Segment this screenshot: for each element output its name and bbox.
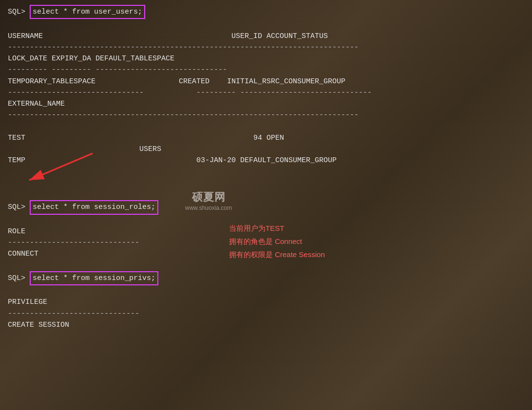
blank-5 (8, 189, 524, 200)
col-header-4: EXTERNAL_NAME (8, 98, 524, 110)
cmd-box-2: select * from session_roles; (30, 200, 158, 214)
data-row-1a: TEST 94 OPEN (8, 132, 524, 144)
dashes-4: ----------------------------------------… (8, 110, 524, 121)
privs-value: CREATE SESSION (8, 319, 524, 331)
dashes-2: --------- --------- --------------------… (8, 64, 524, 75)
dashes-3: ------------------------------- --------… (8, 87, 524, 98)
blank-6 (8, 215, 524, 226)
sql-line-2: SQL> select * from session_roles; (8, 200, 524, 214)
col-header-2: LOCK_DATE EXPIRY_DA DEFAULT_TABLESPACE (8, 53, 524, 64)
roles-dashes: ------------------------------ (8, 237, 524, 248)
col-header-3: TEMPORARY_TABLESPACE CREATED INITIAL_RSR… (8, 76, 524, 87)
data-row-1c: TEMP 03-JAN-20 DEFAULT_CONSUMER_GROUP (8, 155, 524, 166)
blank-8 (8, 285, 524, 297)
blank-7 (8, 260, 524, 271)
sql-line-3: SQL> select * from session_privs; (8, 271, 524, 285)
cmd-box-1: select * from user_users; (30, 5, 145, 19)
sql-line-1: SQL> select * from user_users; (8, 5, 524, 19)
blank-1 (8, 19, 524, 30)
privs-header: PRIVILEGE (8, 297, 524, 308)
roles-value: CONNECT (8, 248, 524, 260)
prompt-1: SQL> (8, 8, 30, 16)
cmd-box-3: select * from session_privs; (30, 271, 158, 285)
prompt-3: SQL> (8, 274, 30, 282)
blank-3 (8, 167, 524, 178)
terminal-window: SQL> select * from user_users; USERNAME … (0, 0, 532, 410)
blank-2 (8, 121, 524, 132)
roles-header: ROLE (8, 226, 524, 237)
dashes-1: ----------------------------------------… (8, 42, 524, 53)
col-header-1: USERNAME USER_ID ACCOUNT_STATUS (8, 31, 524, 42)
prompt-2: SQL> (8, 203, 30, 211)
data-row-1b: USERS (8, 144, 524, 155)
blank-4 (8, 178, 524, 189)
privs-dashes: ------------------------------ (8, 308, 524, 319)
